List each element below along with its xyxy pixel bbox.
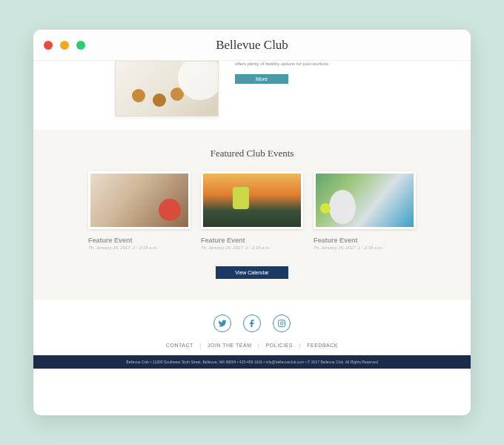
app-window: Bellevue Club offers plenty of healthy o… [33, 30, 471, 415]
event-title: Feature Event [201, 237, 303, 244]
event-title: Feature Event [314, 237, 416, 244]
window-controls [44, 41, 85, 50]
event-image [314, 171, 416, 229]
view-calendar-button[interactable]: View Calendar [216, 266, 288, 279]
event-card[interactable]: Feature Event Th, January 26, 2017, 1 - … [201, 171, 303, 250]
event-date: Th, January 26, 2017, 1 - 2:15 a.m. [314, 245, 416, 250]
article-text: offers plenty of healthy options for pos… [235, 61, 441, 84]
event-title: Feature Event [88, 237, 190, 244]
footer-link-feedback[interactable]: FEEDBACK [307, 343, 338, 348]
svg-point-1 [280, 322, 283, 325]
facebook-icon[interactable] [243, 314, 261, 332]
event-card[interactable]: Feature Event Th, January 26, 2017, 1 - … [88, 171, 190, 250]
event-image [201, 171, 303, 229]
event-image [88, 171, 190, 229]
article-preview: offers plenty of healthy options for pos… [33, 61, 471, 130]
events-section: Featured Club Events Feature Event Th, J… [33, 130, 471, 300]
svg-point-2 [283, 321, 284, 322]
window-title: Bellevue Club [33, 38, 471, 53]
close-window-button[interactable] [44, 41, 53, 50]
events-row: Feature Event Th, January 26, 2017, 1 - … [63, 171, 441, 250]
footer-link-join[interactable]: JOIN THE TEAM [208, 343, 252, 348]
legal-bar: Bellevue Club • 11200 Southeast Sixth St… [33, 355, 471, 369]
page-viewport: offers plenty of healthy options for pos… [33, 61, 471, 415]
event-card[interactable]: Feature Event Th, January 26, 2017, 1 - … [314, 171, 416, 250]
footer-link-policies[interactable]: POLICIES [266, 343, 293, 348]
event-date: Th, January 26, 2017, 1 - 2:15 a.m. [88, 245, 190, 250]
maximize-window-button[interactable] [76, 41, 85, 50]
instagram-icon[interactable] [273, 314, 291, 332]
twitter-icon[interactable] [213, 314, 231, 332]
footer: CONTACT | JOIN THE TEAM | POLICIES | FEE… [33, 300, 471, 369]
minimize-window-button[interactable] [60, 41, 69, 50]
footer-links: CONTACT | JOIN THE TEAM | POLICIES | FEE… [33, 343, 471, 348]
social-links [33, 314, 471, 332]
titlebar: Bellevue Club [33, 30, 471, 61]
footer-link-contact[interactable]: CONTACT [166, 343, 193, 348]
article-image [115, 61, 219, 116]
more-button[interactable]: More [235, 74, 288, 84]
page-content: offers plenty of healthy options for pos… [33, 61, 471, 369]
event-date: Th, January 26, 2017, 1 - 2:15 a.m. [201, 245, 303, 250]
events-heading: Featured Club Events [63, 148, 441, 159]
article-description: offers plenty of healthy options for pos… [235, 61, 441, 67]
